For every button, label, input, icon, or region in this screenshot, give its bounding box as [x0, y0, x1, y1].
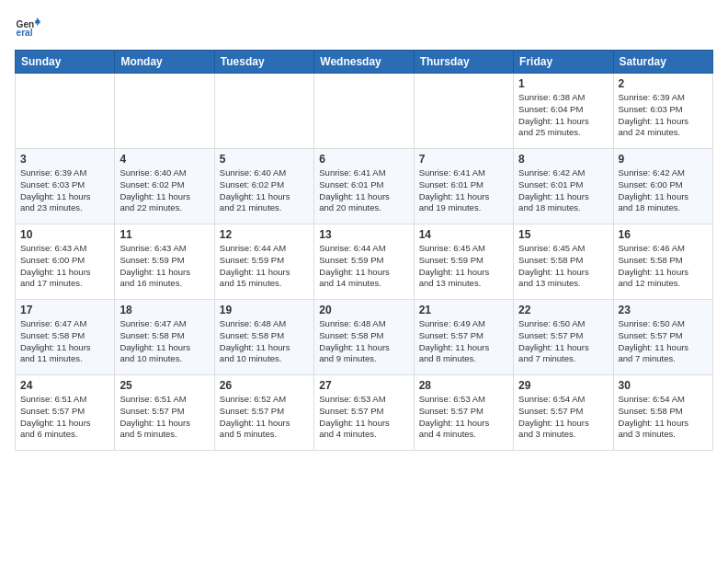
calendar-week-3: 10Sunrise: 6:43 AM Sunset: 6:00 PM Dayli… — [16, 224, 713, 300]
day-number: 26 — [220, 379, 309, 392]
calendar-header: SundayMondayTuesdayWednesdayThursdayFrid… — [16, 51, 713, 74]
svg-marker-3 — [35, 17, 40, 23]
day-info: Sunrise: 6:52 AM Sunset: 5:57 PM Dayligh… — [220, 394, 309, 441]
calendar-cell: 9Sunrise: 6:42 AM Sunset: 6:00 PM Daylig… — [613, 149, 712, 224]
day-info: Sunrise: 6:43 AM Sunset: 6:00 PM Dayligh… — [20, 243, 109, 290]
day-info: Sunrise: 6:48 AM Sunset: 5:58 PM Dayligh… — [319, 318, 408, 365]
calendar-cell: 30Sunrise: 6:54 AM Sunset: 5:58 PM Dayli… — [613, 375, 712, 451]
day-info: Sunrise: 6:51 AM Sunset: 5:57 PM Dayligh… — [20, 394, 109, 441]
logo-icon: Gen eral — [15, 15, 40, 40]
calendar-body: 1Sunrise: 6:38 AM Sunset: 6:04 PM Daylig… — [16, 74, 713, 451]
calendar-cell: 10Sunrise: 6:43 AM Sunset: 6:00 PM Dayli… — [16, 224, 115, 300]
day-number: 19 — [220, 304, 309, 316]
logo: Gen eral — [15, 15, 44, 40]
calendar-cell: 14Sunrise: 6:45 AM Sunset: 5:59 PM Dayli… — [414, 224, 513, 300]
page-header: Gen eral — [15, 15, 713, 40]
weekday-header-tuesday: Tuesday — [214, 51, 313, 74]
day-number: 11 — [119, 228, 209, 241]
day-info: Sunrise: 6:45 AM Sunset: 5:59 PM Dayligh… — [419, 243, 508, 290]
calendar-week-2: 3Sunrise: 6:39 AM Sunset: 6:03 PM Daylig… — [16, 149, 713, 224]
calendar-cell: 6Sunrise: 6:41 AM Sunset: 6:01 PM Daylig… — [314, 149, 414, 224]
calendar-cell — [314, 74, 414, 149]
calendar-cell — [115, 74, 214, 149]
calendar-cell: 8Sunrise: 6:42 AM Sunset: 6:01 PM Daylig… — [514, 149, 613, 224]
calendar-cell: 26Sunrise: 6:52 AM Sunset: 5:57 PM Dayli… — [214, 375, 313, 451]
day-number: 29 — [518, 379, 608, 392]
calendar-table: SundayMondayTuesdayWednesdayThursdayFrid… — [15, 50, 713, 451]
day-info: Sunrise: 6:48 AM Sunset: 5:58 PM Dayligh… — [220, 318, 309, 365]
weekday-header-saturday: Saturday — [613, 51, 712, 74]
day-info: Sunrise: 6:53 AM Sunset: 5:57 PM Dayligh… — [319, 394, 408, 441]
calendar-cell: 27Sunrise: 6:53 AM Sunset: 5:57 PM Dayli… — [314, 375, 414, 451]
day-number: 16 — [619, 228, 708, 241]
day-number: 15 — [518, 228, 608, 241]
day-info: Sunrise: 6:42 AM Sunset: 6:00 PM Dayligh… — [619, 167, 708, 214]
calendar-week-1: 1Sunrise: 6:38 AM Sunset: 6:04 PM Daylig… — [16, 74, 713, 149]
day-info: Sunrise: 6:42 AM Sunset: 6:01 PM Dayligh… — [518, 167, 608, 214]
calendar-cell — [414, 74, 513, 149]
calendar-cell: 17Sunrise: 6:47 AM Sunset: 5:58 PM Dayli… — [16, 300, 115, 375]
day-info: Sunrise: 6:40 AM Sunset: 6:02 PM Dayligh… — [119, 167, 209, 214]
calendar-cell: 2Sunrise: 6:39 AM Sunset: 6:03 PM Daylig… — [613, 74, 712, 149]
calendar-cell: 28Sunrise: 6:53 AM Sunset: 5:57 PM Dayli… — [414, 375, 513, 451]
weekday-header-monday: Monday — [115, 51, 214, 74]
day-number: 13 — [319, 228, 408, 241]
calendar-cell: 7Sunrise: 6:41 AM Sunset: 6:01 PM Daylig… — [414, 149, 513, 224]
calendar-cell: 16Sunrise: 6:46 AM Sunset: 5:58 PM Dayli… — [613, 224, 712, 300]
day-info: Sunrise: 6:49 AM Sunset: 5:57 PM Dayligh… — [419, 318, 508, 365]
day-info: Sunrise: 6:54 AM Sunset: 5:58 PM Dayligh… — [619, 394, 708, 441]
calendar-cell: 23Sunrise: 6:50 AM Sunset: 5:57 PM Dayli… — [613, 300, 712, 375]
day-number: 21 — [419, 304, 508, 316]
calendar-cell — [16, 74, 115, 149]
calendar-cell: 25Sunrise: 6:51 AM Sunset: 5:57 PM Dayli… — [115, 375, 214, 451]
calendar-cell: 29Sunrise: 6:54 AM Sunset: 5:57 PM Dayli… — [514, 375, 613, 451]
calendar-cell: 5Sunrise: 6:40 AM Sunset: 6:02 PM Daylig… — [214, 149, 313, 224]
day-number: 3 — [20, 153, 109, 166]
day-number: 27 — [319, 379, 408, 392]
day-number: 2 — [619, 77, 708, 90]
day-info: Sunrise: 6:39 AM Sunset: 6:03 PM Dayligh… — [20, 167, 109, 214]
day-info: Sunrise: 6:45 AM Sunset: 5:58 PM Dayligh… — [518, 243, 608, 290]
calendar-cell: 18Sunrise: 6:47 AM Sunset: 5:58 PM Dayli… — [115, 300, 214, 375]
day-number: 7 — [419, 153, 508, 166]
calendar-cell: 12Sunrise: 6:44 AM Sunset: 5:59 PM Dayli… — [214, 224, 313, 300]
day-info: Sunrise: 6:41 AM Sunset: 6:01 PM Dayligh… — [319, 167, 408, 214]
calendar-cell: 24Sunrise: 6:51 AM Sunset: 5:57 PM Dayli… — [16, 375, 115, 451]
day-info: Sunrise: 6:43 AM Sunset: 5:59 PM Dayligh… — [119, 243, 209, 290]
day-number: 22 — [518, 304, 608, 316]
calendar-week-4: 17Sunrise: 6:47 AM Sunset: 5:58 PM Dayli… — [16, 300, 713, 375]
calendar-cell: 20Sunrise: 6:48 AM Sunset: 5:58 PM Dayli… — [314, 300, 414, 375]
svg-text:eral: eral — [17, 28, 33, 38]
weekday-row: SundayMondayTuesdayWednesdayThursdayFrid… — [16, 51, 713, 74]
day-number: 5 — [220, 153, 309, 166]
calendar-cell: 22Sunrise: 6:50 AM Sunset: 5:57 PM Dayli… — [514, 300, 613, 375]
day-info: Sunrise: 6:41 AM Sunset: 6:01 PM Dayligh… — [419, 167, 508, 214]
day-number: 12 — [220, 228, 309, 241]
day-number: 17 — [20, 304, 109, 316]
calendar-cell: 3Sunrise: 6:39 AM Sunset: 6:03 PM Daylig… — [16, 149, 115, 224]
calendar-cell: 4Sunrise: 6:40 AM Sunset: 6:02 PM Daylig… — [115, 149, 214, 224]
weekday-header-thursday: Thursday — [414, 51, 513, 74]
calendar-week-5: 24Sunrise: 6:51 AM Sunset: 5:57 PM Dayli… — [16, 375, 713, 451]
weekday-header-wednesday: Wednesday — [314, 51, 414, 74]
day-number: 30 — [619, 379, 708, 392]
day-number: 8 — [518, 153, 608, 166]
day-number: 9 — [619, 153, 708, 166]
day-info: Sunrise: 6:53 AM Sunset: 5:57 PM Dayligh… — [419, 394, 508, 441]
calendar-cell — [214, 74, 313, 149]
day-number: 23 — [619, 304, 708, 316]
calendar-cell: 1Sunrise: 6:38 AM Sunset: 6:04 PM Daylig… — [514, 74, 613, 149]
day-number: 28 — [419, 379, 508, 392]
calendar-cell: 11Sunrise: 6:43 AM Sunset: 5:59 PM Dayli… — [115, 224, 214, 300]
calendar-cell: 19Sunrise: 6:48 AM Sunset: 5:58 PM Dayli… — [214, 300, 313, 375]
weekday-header-friday: Friday — [514, 51, 613, 74]
day-info: Sunrise: 6:51 AM Sunset: 5:57 PM Dayligh… — [119, 394, 209, 441]
day-number: 18 — [119, 304, 209, 316]
day-number: 25 — [119, 379, 209, 392]
day-info: Sunrise: 6:50 AM Sunset: 5:57 PM Dayligh… — [518, 318, 608, 365]
day-info: Sunrise: 6:50 AM Sunset: 5:57 PM Dayligh… — [619, 318, 708, 365]
day-info: Sunrise: 6:38 AM Sunset: 6:04 PM Dayligh… — [518, 92, 608, 139]
day-number: 20 — [319, 304, 408, 316]
weekday-header-sunday: Sunday — [16, 51, 115, 74]
day-info: Sunrise: 6:54 AM Sunset: 5:57 PM Dayligh… — [518, 394, 608, 441]
